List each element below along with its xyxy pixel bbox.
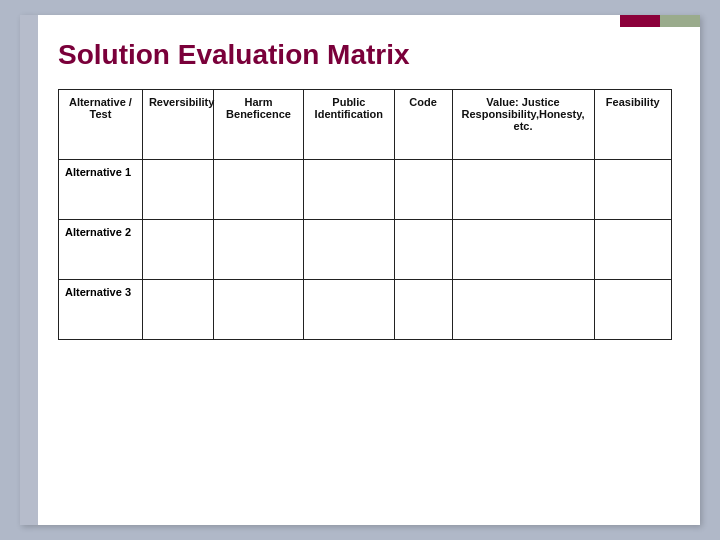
row-alt1-harm (213, 160, 303, 220)
deco-bar-dark (620, 15, 660, 27)
row-alt1-pub (304, 160, 394, 220)
deco-bar-light (660, 15, 700, 27)
left-accent-bar (20, 15, 38, 525)
row-alt1-rev (142, 160, 213, 220)
col-header-alt: Alternative / Test (59, 90, 143, 160)
row-alt1-label: Alternative 1 (59, 160, 143, 220)
deco-bars (620, 15, 700, 27)
table-row: Alternative 3 (59, 280, 672, 340)
row-alt2-val (452, 220, 594, 280)
col-header-feas: Feasibility (594, 90, 671, 160)
row-alt3-harm (213, 280, 303, 340)
row-alt3-label: Alternative 3 (59, 280, 143, 340)
row-alt3-feas (594, 280, 671, 340)
slide: Solution Evaluation Matrix Alternative /… (20, 15, 700, 525)
row-alt2-feas (594, 220, 671, 280)
row-alt3-pub (304, 280, 394, 340)
col-header-code: Code (394, 90, 452, 160)
row-alt3-rev (142, 280, 213, 340)
row-alt2-harm (213, 220, 303, 280)
row-alt3-val (452, 280, 594, 340)
col-header-rev: Reversibility (142, 90, 213, 160)
col-header-pub: Public Identification (304, 90, 394, 160)
col-header-val: Value: Justice Responsibility,Honesty, e… (452, 90, 594, 160)
row-alt2-label: Alternative 2 (59, 220, 143, 280)
evaluation-matrix-table: Alternative / Test Reversibility Harm Be… (58, 89, 672, 340)
table-header-row: Alternative / Test Reversibility Harm Be… (59, 90, 672, 160)
table-row: Alternative 1 (59, 160, 672, 220)
row-alt2-rev (142, 220, 213, 280)
table-row: Alternative 2 (59, 220, 672, 280)
row-alt1-val (452, 160, 594, 220)
row-alt3-code (394, 280, 452, 340)
slide-content: Solution Evaluation Matrix Alternative /… (58, 39, 672, 340)
row-alt1-code (394, 160, 452, 220)
page-title: Solution Evaluation Matrix (58, 39, 672, 71)
row-alt2-pub (304, 220, 394, 280)
col-header-harm: Harm Beneficence (213, 90, 303, 160)
row-alt1-feas (594, 160, 671, 220)
row-alt2-code (394, 220, 452, 280)
